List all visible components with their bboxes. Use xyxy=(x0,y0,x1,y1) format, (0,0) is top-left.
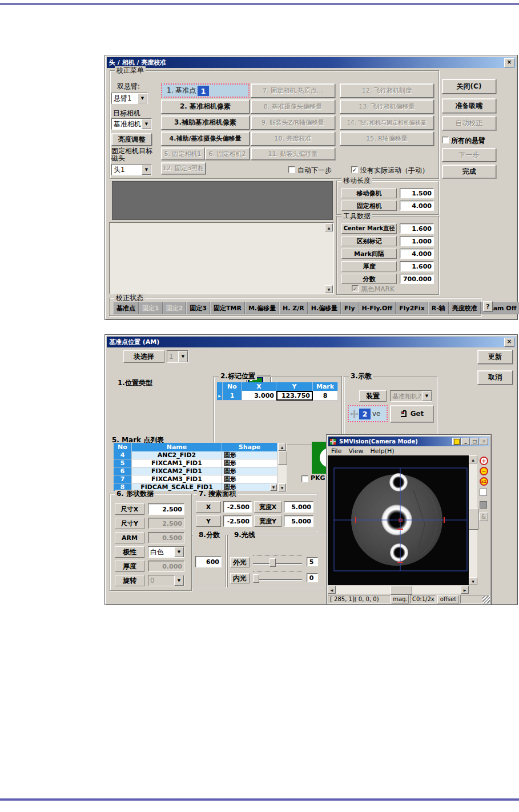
scroll-down-icon[interactable]: ▼ xyxy=(278,483,286,491)
finish-button[interactable]: 完成 xyxy=(442,165,496,178)
scroll-down-icon[interactable]: ▼ xyxy=(325,285,333,293)
pkg-checkbox[interactable] xyxy=(301,475,308,482)
thickness-field[interactable]: 1.600 xyxy=(400,261,434,271)
mark-list-scrollbar[interactable]: ▲ ▼ xyxy=(277,443,287,491)
scroll-down-icon[interactable]: ▼ xyxy=(469,577,477,585)
close-dialog-button[interactable]: 关闭(C) xyxy=(442,79,496,94)
thickness-field[interactable]: 0.000 xyxy=(148,561,184,572)
chevron-down-icon[interactable]: ▼ xyxy=(138,93,147,103)
cal-step9-button[interactable]: 9. 贴装头Z/R轴偏移量 xyxy=(251,115,335,130)
white-swatch-icon[interactable] xyxy=(480,489,487,496)
cal-step8-button[interactable]: 8. 基准摄像头偏移量 xyxy=(251,99,335,114)
auto-next-checkbox[interactable] xyxy=(288,166,295,173)
table-row[interactable]: 7 FIXCAM3_FID1 圆形 xyxy=(114,475,287,483)
zoom-reset-icon[interactable]: x1 xyxy=(480,477,488,486)
width-y-field[interactable]: 5.000 xyxy=(284,515,313,527)
log-listbox[interactable]: ▲ ▼ xyxy=(109,222,334,294)
cal-step2-button[interactable]: 2. 基准相机像素 xyxy=(161,99,250,114)
help-button[interactable]: ? xyxy=(483,301,493,311)
menu-help[interactable]: Help(H) xyxy=(367,447,398,455)
chevron-down-icon[interactable]: ▼ xyxy=(142,165,151,175)
table-row[interactable]: 5 FIXCAM1_FID1 圆形 xyxy=(114,459,287,467)
fiducial-dialog-titlebar[interactable]: 基准点位置 (AM) × xyxy=(107,337,516,347)
chevron-down-icon[interactable]: ▼ xyxy=(270,484,277,491)
zoom-out-icon[interactable]: − xyxy=(480,467,488,475)
device-select[interactable]: 基准相机2 ▼ xyxy=(390,390,432,402)
mark-gap-field[interactable]: 4.000 xyxy=(400,249,434,259)
inner-light-slider-thumb[interactable] xyxy=(253,574,259,583)
polarity-select[interactable]: 白色 ▼ xyxy=(148,546,184,558)
distinguish-mark-field[interactable]: 1.000 xyxy=(400,236,434,246)
cancel-button[interactable]: 取消 xyxy=(477,370,513,385)
camera-vscrollbar[interactable]: ▲ ▼ xyxy=(469,455,477,585)
all-arms-checkbox[interactable] xyxy=(442,137,449,143)
no-motion-checkbox[interactable]: ✓ xyxy=(351,166,358,173)
chevron-down-icon[interactable]: ▼ xyxy=(174,547,184,557)
next-step-button[interactable]: 下一步 xyxy=(442,148,496,162)
cal-step6-button[interactable]: 6. 固定相机2 xyxy=(205,147,250,160)
chevron-down-icon[interactable]: ▼ xyxy=(174,575,184,586)
mag-button[interactable]: mag. xyxy=(392,595,409,603)
block-select[interactable]: 1 ▼ xyxy=(167,350,188,363)
cell-y-selected[interactable]: 123.750 xyxy=(276,391,313,401)
camera-hscrollbar[interactable]: ◀ ▶ xyxy=(328,586,469,594)
size-x-field[interactable]: 2.500 xyxy=(148,503,184,515)
smvision-titlebar[interactable]: SMVision(Camera Mode) _ □ × xyxy=(328,437,489,446)
move-camera-field[interactable]: 1.500 xyxy=(400,188,434,198)
cal-step14-button[interactable]: 14. 飞行相机与固定相机偏移量 xyxy=(340,115,434,130)
cal-step11-button[interactable]: 11. 贴装头偏移量 xyxy=(251,147,335,160)
arm-select[interactable]: 悬臂1 ▼ xyxy=(111,93,148,104)
calibration-dialog-titlebar[interactable]: 头 / 相机 / 亮度校准 × xyxy=(107,57,516,68)
menu-view[interactable]: View xyxy=(345,447,367,455)
head-select[interactable]: 头1 ▼ xyxy=(111,164,152,175)
size-y-field[interactable]: 2.500 xyxy=(148,518,184,529)
center-mark-dia-field[interactable]: 1.600 xyxy=(400,223,434,234)
prepare-nozzle-button[interactable]: 准备吸嘴 xyxy=(442,98,496,113)
target-camera-select[interactable]: 基准相机2 ▼ xyxy=(111,118,152,130)
scroll-up-icon[interactable]: ▲ xyxy=(469,455,477,463)
mark-position-row[interactable]: ▶ 1 3.000 123.750 8 xyxy=(217,391,338,401)
rotation-select[interactable]: 0 ▼ xyxy=(148,575,184,586)
minimize-icon[interactable]: _ xyxy=(461,438,470,445)
arm-field[interactable]: 0.500 xyxy=(148,532,184,543)
score-field[interactable]: 600 xyxy=(195,556,222,567)
black-mark-checkbox[interactable]: ✓ xyxy=(352,285,359,292)
offset-button[interactable]: offset xyxy=(437,595,459,603)
cal-step12-fly-button[interactable]: 12. 飞行相机刻度 xyxy=(340,83,434,98)
cell-mark[interactable]: 8 xyxy=(313,391,338,401)
outer-light-slider-thumb[interactable] xyxy=(269,558,276,567)
move-button[interactable]: 2 ve xyxy=(348,405,388,422)
pin-button[interactable] xyxy=(452,438,461,445)
cal-step4-button[interactable]: 4.補助/基准摄像头偏移量 xyxy=(161,131,250,146)
get-button[interactable]: Get xyxy=(390,405,433,422)
close-icon[interactable]: × xyxy=(480,438,488,445)
cal-step3-button[interactable]: 3.補助基准相机像素 xyxy=(161,115,250,130)
cal-step7-button[interactable]: 7. 固定相机.热原点… xyxy=(251,83,335,98)
width-x-field[interactable]: 5.000 xyxy=(284,501,313,513)
fixed-camera-field[interactable]: 4.000 xyxy=(400,201,434,211)
scroll-left-icon[interactable]: ◀ xyxy=(328,586,336,594)
resize-grip[interactable] xyxy=(482,596,490,603)
scroll-up-icon[interactable]: ▲ xyxy=(325,223,333,231)
table-row[interactable]: 6 FIXCAM2_FID1 圆形 xyxy=(114,467,287,475)
outer-light-slider[interactable] xyxy=(253,563,302,564)
brightness-adjust-button[interactable]: 亮度调整 xyxy=(111,133,152,146)
maximize-icon[interactable]: □ xyxy=(470,438,479,445)
cal-step1-button[interactable]: 1. 基准点 1 xyxy=(161,83,250,98)
score-field[interactable]: 700.000 xyxy=(400,274,434,284)
cal-step5-button[interactable]: 5. 固定相机1 xyxy=(161,147,204,160)
search-y-field[interactable]: -2.500 xyxy=(223,515,252,527)
chevron-down-icon[interactable]: ▼ xyxy=(142,119,151,129)
cal-step12-fixed3-button[interactable]: 12. 固定3照相 xyxy=(161,162,206,174)
camera-viewport[interactable] xyxy=(328,455,469,585)
close-icon[interactable]: × xyxy=(504,338,514,347)
auto-calibrate-button[interactable]: 自动校正 xyxy=(442,116,496,130)
close-icon[interactable]: × xyxy=(504,58,514,67)
zoom-in-icon[interactable]: + xyxy=(480,457,488,465)
chevron-down-icon[interactable]: ▼ xyxy=(178,351,188,362)
cal-step13-button[interactable]: 13. 飞行相机偏移量 xyxy=(340,99,434,114)
scroll-right-icon[interactable]: ▶ xyxy=(461,586,469,594)
menu-file[interactable]: File xyxy=(328,447,345,455)
update-button[interactable]: 更新 xyxy=(477,350,513,364)
scroll-up-icon[interactable]: ▲ xyxy=(278,443,286,451)
